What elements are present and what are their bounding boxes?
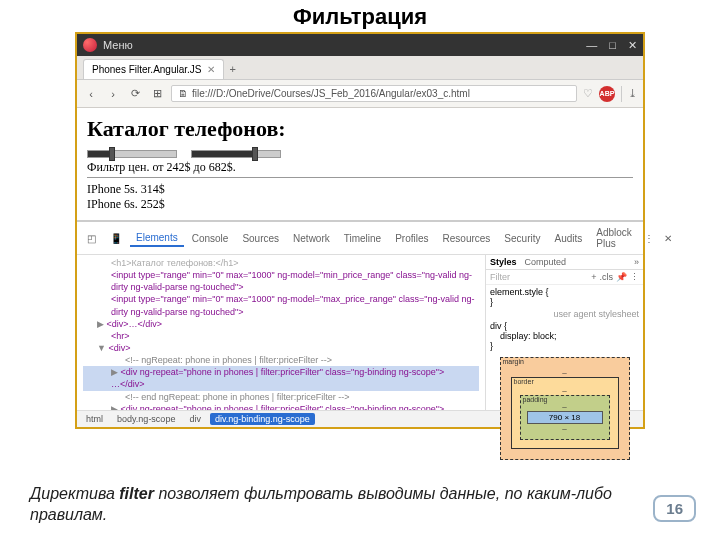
page-number: 16	[653, 495, 696, 522]
page-heading: Каталог телефонов:	[87, 116, 633, 142]
divider	[621, 86, 622, 102]
tab-console[interactable]: Console	[186, 231, 235, 246]
back-icon[interactable]: ‹	[83, 86, 99, 102]
uas-label: user agent stylesheet	[486, 309, 643, 319]
crumb-active[interactable]: div.ng-binding.ng-scope	[210, 413, 315, 425]
devtools-panel: ◰ 📱 Elements Console Sources Network Tim…	[77, 220, 643, 427]
add-rule-icon[interactable]: +	[591, 272, 596, 282]
devtools-close-icon[interactable]: ✕	[660, 233, 676, 244]
tab-audits[interactable]: Audits	[548, 231, 588, 246]
minimize-icon[interactable]: —	[586, 39, 597, 52]
styles-panel: Styles Computed » Filter + .cls 📌 ⋮ elem…	[485, 255, 643, 410]
devtools-menu-icon[interactable]: ⋮	[640, 233, 658, 244]
computed-tab[interactable]: Computed	[525, 257, 567, 267]
bookmark-icon[interactable]: ♡	[583, 87, 593, 100]
tab-adblock[interactable]: Adblock Plus	[590, 225, 638, 251]
tab-timeline[interactable]: Timeline	[338, 231, 387, 246]
menu-label[interactable]: Меню	[103, 39, 586, 51]
tab-title: Phones Filter.Angular.JS	[92, 64, 202, 75]
phone-item: IPhone 6s. 252$	[87, 197, 633, 212]
price-filter-text: Фильтр цен. от 242$ до 682$.	[87, 160, 633, 175]
device-icon[interactable]: 📱	[104, 231, 128, 246]
pin-icon[interactable]: 📌	[616, 272, 627, 282]
new-tab-button[interactable]: +	[230, 63, 236, 75]
styles-tab[interactable]: Styles	[490, 257, 517, 267]
style-rule[interactable]: div { display: block; }	[486, 319, 643, 353]
tab-elements[interactable]: Elements	[130, 230, 184, 247]
phone-item: IPhone 5s. 314$	[87, 182, 633, 197]
devtools-tabs: ◰ 📱 Elements Console Sources Network Tim…	[77, 222, 643, 255]
adblock-icon[interactable]: ABP	[599, 86, 615, 102]
tab-bar: Phones Filter.Angular.JS ✕ +	[77, 56, 643, 80]
speed-dial-icon[interactable]: ⊞	[149, 86, 165, 102]
address-bar: ‹ › ⟳ ⊞ 🗎 file:///D:/OneDrive/Courses/JS…	[77, 80, 643, 108]
download-icon[interactable]: ⤓	[628, 87, 637, 100]
slide-caption: Директива filter позволяет фильтровать в…	[30, 483, 620, 526]
close-window-icon[interactable]: ✕	[628, 39, 637, 52]
url-input[interactable]: 🗎 file:///D:/OneDrive/Courses/JS_Feb_201…	[171, 85, 577, 102]
crumb[interactable]: html	[81, 413, 108, 425]
hr	[87, 177, 633, 178]
cls-icon[interactable]: .cls	[600, 272, 614, 282]
titlebar: Меню — □ ✕	[77, 34, 643, 56]
reload-icon[interactable]: ⟳	[127, 86, 143, 102]
tab-sources[interactable]: Sources	[236, 231, 285, 246]
file-icon: 🗎	[178, 88, 188, 99]
style-rule[interactable]: element.style { }	[486, 285, 643, 309]
min-price-slider[interactable]	[87, 150, 177, 158]
url-text: file:///D:/OneDrive/Courses/JS_Feb_2016/…	[192, 88, 470, 99]
page-viewport: Каталог телефонов: Фильтр цен. от 242$ д…	[77, 108, 643, 220]
tab-profiles[interactable]: Profiles	[389, 231, 434, 246]
dom-tree[interactable]: <h1>Каталог телефонов:</h1> <input type=…	[77, 255, 485, 410]
opera-logo-icon	[83, 38, 97, 52]
more-icon[interactable]: ⋮	[630, 272, 639, 282]
slide-title: Фильтрация	[0, 0, 720, 32]
browser-tab[interactable]: Phones Filter.Angular.JS ✕	[83, 59, 224, 79]
tab-resources[interactable]: Resources	[437, 231, 497, 246]
crumb[interactable]: body.ng-scope	[112, 413, 180, 425]
inspect-icon[interactable]: ◰	[81, 231, 102, 246]
forward-icon[interactable]: ›	[105, 86, 121, 102]
tab-network[interactable]: Network	[287, 231, 336, 246]
box-model[interactable]: margin – border – padding – 790 × 18 –	[500, 357, 630, 460]
browser-window: Меню — □ ✕ Phones Filter.Angular.JS ✕ + …	[75, 32, 645, 429]
tab-close-icon[interactable]: ✕	[207, 64, 215, 75]
maximize-icon[interactable]: □	[609, 39, 616, 52]
max-price-slider[interactable]	[191, 150, 281, 158]
tab-security[interactable]: Security	[498, 231, 546, 246]
filter-input[interactable]: Filter	[490, 272, 510, 282]
crumb[interactable]: div	[184, 413, 206, 425]
